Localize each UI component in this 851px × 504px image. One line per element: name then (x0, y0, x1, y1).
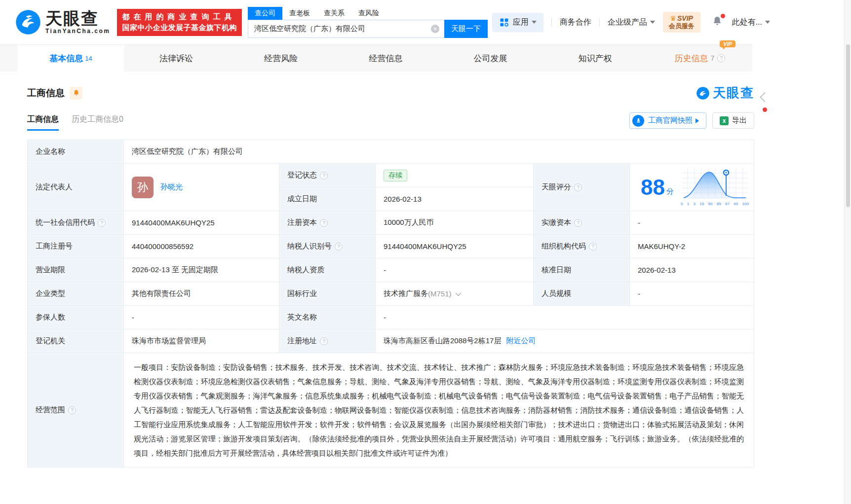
address-value: 珠海市高新区香山路2088号2栋17层 附近公司 (376, 329, 754, 353)
uscc-value: 91440400MAK6UHQY25 (124, 211, 279, 234)
chevron-left-icon (760, 92, 770, 102)
brand-domain: TianYanCha.com (45, 28, 110, 35)
legal-rep-link[interactable]: 孙晓光 (160, 182, 183, 192)
export-button[interactable]: x 导出 (712, 112, 754, 129)
expand-chevron-icon[interactable] (455, 290, 461, 295)
notification-dot (721, 14, 725, 18)
help-icon[interactable]: ? (335, 243, 343, 251)
header-right: 应用 商务合作 企业级产品 ♛SVIP 会员服务 (492, 12, 770, 33)
paid-capital-label: 实缴资本? (534, 211, 630, 234)
tianyancha-logo-icon (15, 9, 41, 36)
industry-value: 技术推广服务 (M751) (376, 282, 534, 305)
tab-history-info[interactable]: VIP 历史信息 7 ? (648, 45, 752, 72)
biz-term-label: 营业期限 (28, 258, 124, 282)
reg-capital-value: 10000万人民币 (376, 211, 534, 234)
address-label: 注册地址? (279, 329, 376, 353)
score-unit: 分 (666, 187, 674, 196)
reg-authority-label: 登记机关 (28, 329, 124, 353)
watermark-text: 天眼查 (713, 84, 754, 102)
search-button[interactable]: 天眼一下 (444, 20, 488, 38)
tab-company-development[interactable]: 公司发展 (438, 45, 543, 72)
tab-basic-info[interactable]: 基本信息 14 (18, 45, 124, 72)
slogan-line-2: 国家中小企业发展子基金旗下机构 (122, 23, 237, 33)
uscc-label: 统一社会信用代码? (28, 211, 124, 234)
taxpayer-quality-value: - (376, 258, 534, 282)
search-tab-company[interactable]: 查公司 (248, 7, 282, 20)
score-distribution-chart: 0131550859799100 (681, 168, 749, 206)
tab-operation-risk[interactable]: 经营风险 (229, 45, 333, 72)
user-menu[interactable]: 此处有... (732, 17, 770, 28)
reg-no-value: 440400000856592 (124, 235, 279, 258)
tab-operation-info[interactable]: 经营信息 (333, 45, 438, 72)
search-tab-relation[interactable]: 查关系 (317, 7, 351, 20)
avatar[interactable]: 孙 (132, 177, 154, 198)
subtab-history-business-info[interactable]: 历史工商信息0 (72, 114, 123, 131)
slogan-badge: 都在用的商业查询工具 国家中小企业发展子基金旗下机构 (117, 9, 242, 36)
status-badge: 存续 (384, 170, 407, 181)
header: 天眼查 TianYanCha.com 都在用的商业查询工具 国家中小企业发展子基… (0, 0, 770, 44)
score-value: 88 (641, 177, 665, 198)
subtab-business-info[interactable]: 工商信息 (27, 114, 59, 131)
help-icon[interactable]: ? (717, 54, 725, 62)
table-row: 经营范围? 一般项目：安防设备制造；安防设备销售；技术服务、技术开发、技术咨询、… (28, 353, 754, 467)
scope-value: 一般项目：安防设备制造；安防设备销售；技术服务、技术开发、技术咨询、技术交流、技… (124, 353, 754, 467)
collapsed-side-widget[interactable] (761, 94, 768, 112)
taxpayer-id-value: 91440400MAK6UHQY25 (376, 235, 534, 258)
help-icon[interactable]: ? (574, 183, 582, 191)
help-icon[interactable]: ? (98, 219, 106, 227)
taxpayer-quality-label: 纳税人资质 (279, 258, 376, 282)
nearby-companies-link[interactable]: 附近公司 (506, 336, 536, 346)
business-cooperation-link[interactable]: 商务合作 (560, 17, 591, 28)
help-icon[interactable]: ? (589, 243, 597, 251)
tab-intellectual-property[interactable]: 知识产权 (543, 45, 648, 72)
help-icon[interactable]: ? (320, 219, 328, 227)
reg-status-cell: 存续 (376, 164, 534, 187)
reg-capital-label: 注册资本? (279, 211, 376, 234)
excel-icon: x (720, 116, 729, 125)
svip-title: SVIP (677, 14, 693, 22)
company-name-value: 湾区低空研究院（广东）有限公司 (124, 140, 754, 163)
notification-dot (763, 108, 767, 112)
table-row: 统一社会信用代码? 91440400MAK6UHQY25 注册资本? 10000… (28, 211, 754, 235)
crown-icon: ♛ (670, 14, 676, 22)
tab-count: 14 (85, 55, 92, 62)
divider (551, 18, 552, 27)
enterprise-products-link[interactable]: 企业级产品 (608, 17, 655, 28)
industry-code: (M751) (428, 289, 452, 298)
scrollbar-thumb[interactable] (846, 44, 850, 207)
biz-term-value: 2026-02-13 至 无固定期限 (124, 258, 279, 282)
staff-size-label: 人员规模 (534, 282, 630, 305)
clear-icon[interactable]: ✕ (431, 25, 439, 33)
search-area: 查公司 查老板 查关系 查风险 ✕ 天眼一下 (248, 7, 488, 38)
help-icon[interactable]: ? (320, 172, 328, 180)
apps-label: 应用 (513, 17, 529, 28)
svip-badge[interactable]: ♛SVIP 会员服务 (663, 12, 700, 33)
paid-capital-value: - (630, 211, 754, 234)
tab-legal-proceedings[interactable]: 法律诉讼 (124, 45, 229, 72)
search-input[interactable] (248, 20, 444, 38)
insured-label: 参保人数 (28, 306, 124, 329)
score-label: 天眼评分 ? (534, 164, 630, 211)
establish-date-value: 2026-02-13 (376, 187, 534, 211)
help-icon[interactable]: ? (574, 219, 582, 227)
company-type-value: 其他有限责任公司 (124, 282, 279, 305)
org-code-label: 组织机构代码? (534, 235, 630, 258)
main-content: 工商信息 天眼查 工商信息 历史工商信息0 (0, 84, 851, 468)
notification-bell[interactable] (711, 15, 723, 29)
help-icon[interactable]: ? (320, 337, 328, 345)
scrollbar-track[interactable] (844, 0, 851, 504)
reg-authority-value: 珠海市市场监督管理局 (124, 329, 279, 353)
chart-axis-ticks: 0131550859799100 (681, 202, 749, 206)
search-tab-boss[interactable]: 查老板 (282, 7, 317, 20)
official-snapshot-button[interactable]: 工商官网快照 (629, 112, 706, 129)
industry-label: 国标行业 (279, 282, 376, 305)
staff-size-value: - (630, 282, 754, 305)
apps-grid-icon (499, 17, 509, 27)
business-info-table: 企业名称 湾区低空研究院（广东）有限公司 法定代表人 孙 孙晓光 登记状态 ? (27, 140, 754, 468)
logo[interactable]: 天眼查 TianYanCha.com (15, 9, 110, 36)
help-icon[interactable]: ? (68, 406, 76, 414)
apps-button[interactable]: 应用 (492, 13, 543, 32)
divider (599, 18, 600, 27)
subscribe-bell-button[interactable] (70, 87, 82, 100)
search-tab-risk[interactable]: 查风险 (351, 7, 386, 20)
